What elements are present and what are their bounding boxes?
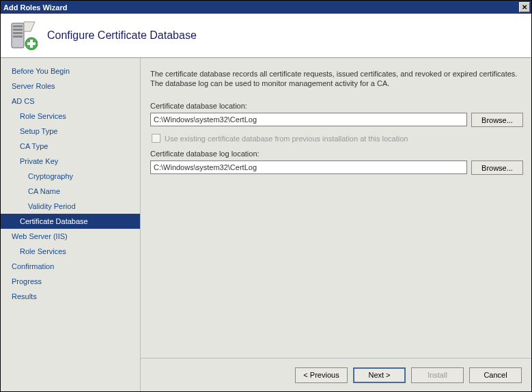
description-text: The certificate database records all cer… <box>150 69 523 88</box>
nav-ca-type[interactable]: CA Type <box>1 139 140 154</box>
svg-rect-3 <box>13 32 23 34</box>
nav-ca-name[interactable]: CA Name <box>1 184 140 199</box>
header: Configure Certificate Database <box>1 14 531 58</box>
cancel-button[interactable]: Cancel <box>469 367 522 383</box>
browse-log-button[interactable]: Browse... <box>471 160 523 175</box>
db-location-input[interactable] <box>150 113 467 126</box>
log-location-input[interactable] <box>150 160 467 174</box>
footer-buttons: < Previous Next > Install Cancel <box>141 359 531 391</box>
nav-results[interactable]: Results <box>1 289 140 304</box>
nav-role-services-iis[interactable]: Role Services <box>1 244 140 259</box>
nav-setup-type[interactable]: Setup Type <box>1 124 140 139</box>
body: Before You Begin Server Roles AD CS Role… <box>1 58 531 391</box>
wizard-window: Add Roles Wizard ✕ Configure Certificate… <box>0 0 532 392</box>
previous-button[interactable]: < Previous <box>295 367 348 383</box>
content-inner: The certificate database records all cer… <box>141 58 531 359</box>
nav-validity-period[interactable]: Validity Period <box>1 199 140 214</box>
nav-server-roles[interactable]: Server Roles <box>1 79 140 94</box>
db-location-label: Certificate database location: <box>150 102 523 110</box>
nav-certificate-database[interactable]: Certificate Database <box>1 214 140 229</box>
nav-cryptography[interactable]: Cryptography <box>1 169 140 184</box>
page-title: Configure Certificate Database <box>47 29 197 42</box>
nav-progress[interactable]: Progress <box>1 274 140 289</box>
nav-role-services-adcs[interactable]: Role Services <box>1 109 140 124</box>
close-button[interactable]: ✕ <box>519 2 530 12</box>
use-existing-row: Use existing certificate database from p… <box>150 134 523 143</box>
svg-rect-1 <box>13 25 23 27</box>
nav-web-server-iis[interactable]: Web Server (IIS) <box>1 229 140 244</box>
install-button: Install <box>411 367 464 383</box>
browse-db-button[interactable]: Browse... <box>471 113 523 127</box>
next-button[interactable]: Next > <box>353 367 406 383</box>
db-location-row: Browse... <box>150 113 523 127</box>
svg-rect-7 <box>27 42 36 45</box>
server-add-icon <box>9 19 38 52</box>
window-title: Add Roles Wizard <box>3 3 519 12</box>
content-panel: The certificate database records all cer… <box>141 58 531 391</box>
use-existing-checkbox <box>152 134 160 143</box>
close-icon: ✕ <box>522 3 527 11</box>
nav-private-key[interactable]: Private Key <box>1 154 140 169</box>
svg-rect-2 <box>13 29 23 31</box>
titlebar: Add Roles Wizard ✕ <box>1 1 531 14</box>
nav-ad-cs[interactable]: AD CS <box>1 94 140 109</box>
nav-before-you-begin[interactable]: Before You Begin <box>1 64 140 79</box>
use-existing-label: Use existing certificate database from p… <box>165 135 408 143</box>
nav-confirmation[interactable]: Confirmation <box>1 259 140 274</box>
sidebar-nav: Before You Begin Server Roles AD CS Role… <box>1 58 141 391</box>
log-location-row: Browse... <box>150 160 523 175</box>
log-location-label: Certificate database log location: <box>150 150 523 158</box>
svg-rect-4 <box>13 36 23 38</box>
